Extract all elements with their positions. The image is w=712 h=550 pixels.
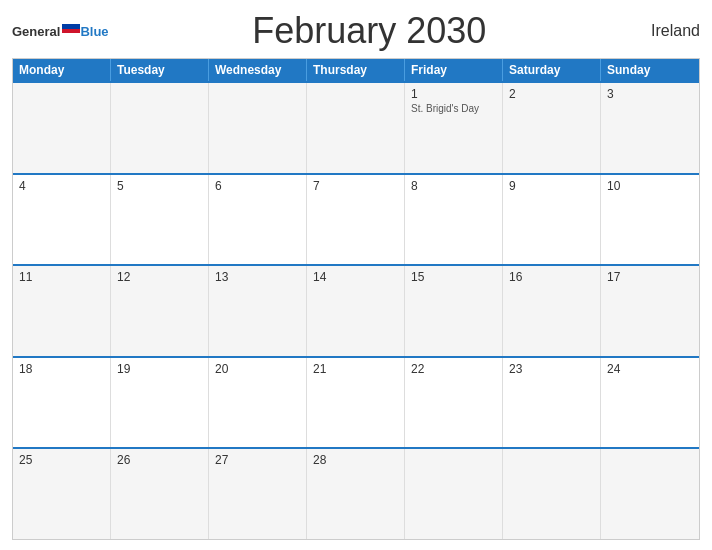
cell-w3-d1: 11: [13, 266, 111, 356]
cell-w4-d4: 21: [307, 358, 405, 448]
cell-w5-d3: 27: [209, 449, 307, 539]
day-number: 12: [117, 270, 202, 284]
header-wednesday: Wednesday: [209, 59, 307, 81]
week-5: 25262728: [13, 447, 699, 539]
cell-w2-d1: 4: [13, 175, 111, 265]
day-number: 23: [509, 362, 594, 376]
header: General Blue February 2030 Ireland: [12, 10, 700, 52]
cell-w5-d6: [503, 449, 601, 539]
cell-w5-d7: [601, 449, 699, 539]
cell-w2-d3: 6: [209, 175, 307, 265]
calendar-title: February 2030: [109, 10, 630, 52]
day-number: 20: [215, 362, 300, 376]
day-number: 13: [215, 270, 300, 284]
cell-w4-d2: 19: [111, 358, 209, 448]
cell-w5-d1: 25: [13, 449, 111, 539]
day-number: 2: [509, 87, 594, 101]
header-thursday: Thursday: [307, 59, 405, 81]
cell-w1-d3: [209, 83, 307, 173]
cell-w3-d6: 16: [503, 266, 601, 356]
cell-w3-d7: 17: [601, 266, 699, 356]
day-number: 28: [313, 453, 398, 467]
cell-w5-d4: 28: [307, 449, 405, 539]
cell-w1-d5: 1St. Brigid's Day: [405, 83, 503, 173]
day-number: 5: [117, 179, 202, 193]
cell-w3-d3: 13: [209, 266, 307, 356]
day-number: 15: [411, 270, 496, 284]
week-4: 18192021222324: [13, 356, 699, 448]
day-number: 27: [215, 453, 300, 467]
calendar: Monday Tuesday Wednesday Thursday Friday…: [12, 58, 700, 540]
cell-w2-d4: 7: [307, 175, 405, 265]
week-2: 45678910: [13, 173, 699, 265]
cell-w1-d1: [13, 83, 111, 173]
day-number: 7: [313, 179, 398, 193]
day-number: 4: [19, 179, 104, 193]
calendar-header: Monday Tuesday Wednesday Thursday Friday…: [13, 59, 699, 81]
cell-w4-d6: 23: [503, 358, 601, 448]
week-3: 11121314151617: [13, 264, 699, 356]
logo-flag-icon: [62, 24, 80, 38]
logo-text-blue: Blue: [80, 24, 108, 39]
cell-w2-d2: 5: [111, 175, 209, 265]
cell-w3-d5: 15: [405, 266, 503, 356]
week-1: 1St. Brigid's Day23: [13, 81, 699, 173]
cell-w3-d4: 14: [307, 266, 405, 356]
day-number: 24: [607, 362, 693, 376]
cell-w2-d6: 9: [503, 175, 601, 265]
day-number: 14: [313, 270, 398, 284]
day-number: 22: [411, 362, 496, 376]
header-saturday: Saturday: [503, 59, 601, 81]
cell-w4-d1: 18: [13, 358, 111, 448]
day-number: 17: [607, 270, 693, 284]
day-number: 1: [411, 87, 496, 101]
day-number: 25: [19, 453, 104, 467]
holiday-label: St. Brigid's Day: [411, 103, 496, 114]
header-sunday: Sunday: [601, 59, 699, 81]
day-number: 18: [19, 362, 104, 376]
day-number: 26: [117, 453, 202, 467]
cell-w3-d2: 12: [111, 266, 209, 356]
header-tuesday: Tuesday: [111, 59, 209, 81]
day-number: 16: [509, 270, 594, 284]
cell-w1-d7: 3: [601, 83, 699, 173]
calendar-body: 1St. Brigid's Day23456789101112131415161…: [13, 81, 699, 539]
day-number: 11: [19, 270, 104, 284]
logo: General Blue: [12, 24, 109, 39]
page: General Blue February 2030 Ireland Monda…: [0, 0, 712, 550]
day-number: 10: [607, 179, 693, 193]
header-monday: Monday: [13, 59, 111, 81]
day-number: 9: [509, 179, 594, 193]
header-friday: Friday: [405, 59, 503, 81]
day-number: 8: [411, 179, 496, 193]
cell-w2-d7: 10: [601, 175, 699, 265]
day-number: 6: [215, 179, 300, 193]
cell-w1-d4: [307, 83, 405, 173]
cell-w1-d2: [111, 83, 209, 173]
day-number: 3: [607, 87, 693, 101]
logo-text-general: General: [12, 24, 60, 39]
cell-w4-d5: 22: [405, 358, 503, 448]
cell-w5-d2: 26: [111, 449, 209, 539]
cell-w4-d3: 20: [209, 358, 307, 448]
cell-w2-d5: 8: [405, 175, 503, 265]
day-number: 21: [313, 362, 398, 376]
country-label: Ireland: [630, 22, 700, 40]
cell-w5-d5: [405, 449, 503, 539]
cell-w4-d7: 24: [601, 358, 699, 448]
day-number: 19: [117, 362, 202, 376]
cell-w1-d6: 2: [503, 83, 601, 173]
